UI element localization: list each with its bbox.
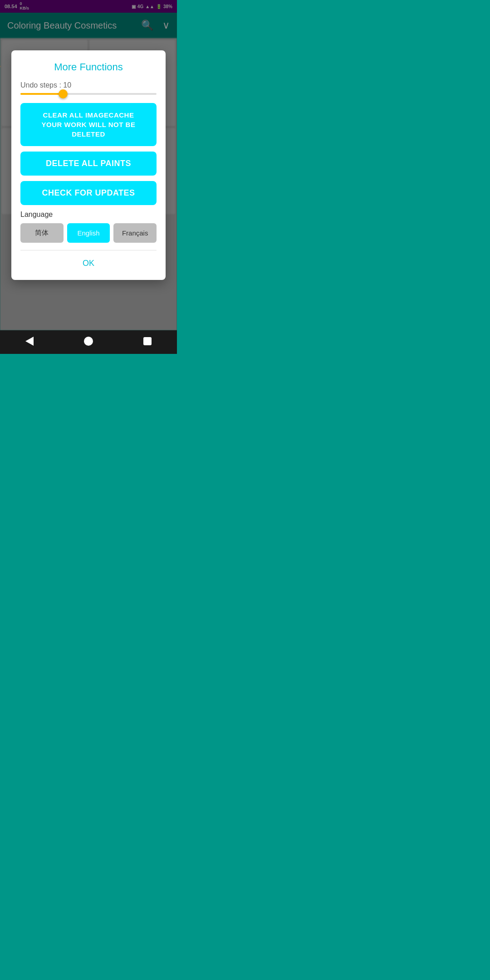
ok-button[interactable]: OK: [20, 254, 157, 273]
dialog-divider: [20, 250, 157, 250]
language-label: Language: [20, 211, 157, 219]
undo-steps-label: Undo steps : 10: [20, 81, 157, 89]
delete-all-paints-button[interactable]: DELETE ALL PAINTS: [20, 152, 157, 176]
slider-thumb[interactable]: [59, 89, 68, 98]
home-button[interactable]: [79, 332, 98, 353]
recent-icon: [143, 337, 152, 345]
language-section: Language 简体 English Français: [20, 211, 157, 243]
language-buttons: 简体 English Français: [20, 223, 157, 243]
nav-bar: [0, 330, 177, 354]
home-icon: [84, 337, 93, 346]
slider-track: [20, 93, 157, 95]
back-icon: [25, 337, 34, 346]
dialog-title: More Functions: [20, 61, 157, 73]
clear-cache-button[interactable]: CLEAR ALL IMAGECACHEYOUR WORK WILL NOT B…: [20, 103, 157, 146]
recent-button[interactable]: [139, 333, 156, 352]
lang-btn-french[interactable]: Français: [113, 223, 157, 243]
lang-btn-chinese[interactable]: 简体: [20, 223, 64, 243]
check-updates-button[interactable]: CHECK FOR UPDATES: [20, 181, 157, 205]
modal-overlay[interactable]: More Functions Undo steps : 10 CLEAR ALL…: [0, 0, 177, 330]
back-button[interactable]: [21, 332, 38, 353]
lang-btn-english[interactable]: English: [67, 223, 110, 243]
more-functions-dialog: More Functions Undo steps : 10 CLEAR ALL…: [11, 50, 166, 280]
undo-slider-container[interactable]: [20, 93, 157, 95]
slider-fill: [20, 93, 61, 95]
